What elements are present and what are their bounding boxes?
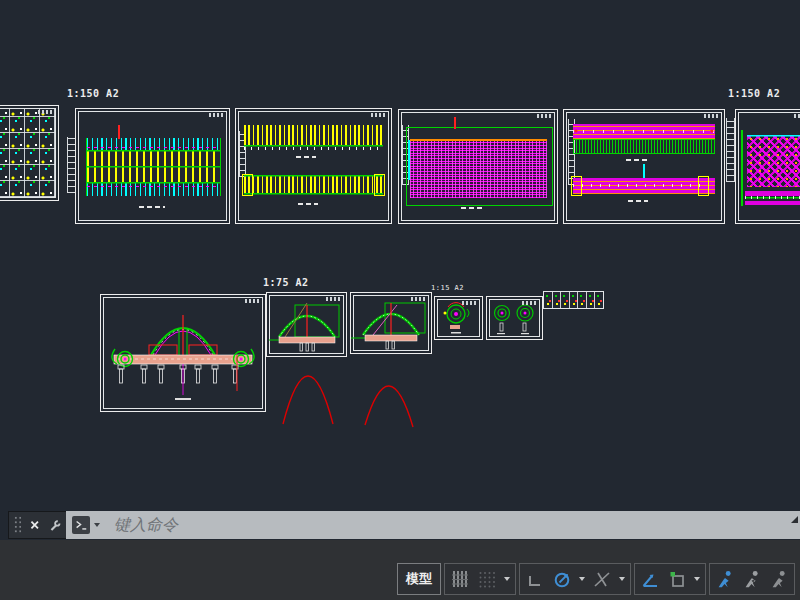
isometric-drafting-icon[interactable] <box>592 569 612 589</box>
snap-caret-icon[interactable] <box>504 577 510 581</box>
spiral-detail-drawing <box>487 297 542 339</box>
sheet-chevron-hatch[interactable] <box>735 109 800 224</box>
green-edge <box>741 130 743 206</box>
detail-cell <box>553 292 562 308</box>
yellow-end-box <box>571 176 582 196</box>
drag-grip[interactable] <box>14 516 21 534</box>
beam-hatch-bottom <box>244 175 383 197</box>
sheet-rebar-layout[interactable] <box>398 109 558 224</box>
status-bar: 模型 <box>397 563 795 595</box>
chevron-hatch <box>747 135 800 187</box>
autocad-window: 1:150 A2 1:150 A2 1:75 A2 1:15 A2 <box>0 0 800 600</box>
customize-wrench-icon[interactable] <box>49 518 61 533</box>
annotation-visibility-icon[interactable] <box>715 569 735 589</box>
scale-label[interactable]: 1:75 A2 <box>263 277 309 288</box>
model-tab-button[interactable]: 模型 <box>397 563 441 595</box>
yellow-end-box <box>698 176 709 196</box>
sheet-beam-elevation-magenta[interactable] <box>563 109 725 224</box>
arch-side-drawing <box>351 293 431 353</box>
red-arc-curves[interactable] <box>275 368 423 432</box>
caption-mark <box>628 200 648 202</box>
detail-cell <box>561 292 570 308</box>
beam-hatch-bottom <box>745 191 800 205</box>
ladder-detail[interactable] <box>726 118 735 182</box>
command-prompt-icon[interactable] <box>72 516 90 534</box>
model-tab-label: 模型 <box>406 570 432 588</box>
beam-hatch-top <box>573 124 715 154</box>
scale-label[interactable]: 1:150 A2 <box>728 88 780 99</box>
sheet-girder-plan[interactable] <box>75 108 230 224</box>
yellow-end-box <box>242 174 253 196</box>
beam-hatch-top <box>244 125 383 150</box>
scale-label[interactable]: 1:15 A2 <box>431 284 464 292</box>
annotation-scale-icon[interactable] <box>769 569 789 589</box>
scale-label[interactable]: 1:150 A2 <box>67 88 119 99</box>
detail-grid-hatch <box>0 109 55 197</box>
sheet-detail-grid-partial[interactable] <box>0 105 59 201</box>
sheet-pier-arch-side-1[interactable] <box>266 292 347 357</box>
caption-mark <box>298 203 318 205</box>
girder-plan-hatch <box>86 138 221 196</box>
detail-cell <box>570 292 579 308</box>
red-marker <box>118 125 120 139</box>
caption-mark <box>626 159 648 161</box>
grid-snap-group <box>444 563 516 595</box>
arch-side-drawing <box>267 293 346 356</box>
detail-cell <box>578 292 587 308</box>
annotation-group <box>709 563 795 595</box>
rebar-hatch <box>410 139 547 198</box>
detail-cell <box>587 292 596 308</box>
sheet-spiral-detail-1[interactable] <box>434 296 483 340</box>
object-snap-group <box>634 563 706 595</box>
detail-cell <box>544 292 553 308</box>
red-marker <box>454 117 456 129</box>
detail-strip[interactable] <box>543 291 604 309</box>
polar-caret-icon[interactable] <box>579 577 585 581</box>
isometric-caret-icon[interactable] <box>619 577 625 581</box>
command-input[interactable] <box>104 515 794 535</box>
ortho-polar-group <box>519 563 631 595</box>
sheet-beam-elevation-yellow[interactable] <box>235 108 392 224</box>
snap-mode-icon[interactable] <box>477 569 497 589</box>
beam-hatch-bottom <box>573 178 715 194</box>
command-bar-handle-section <box>8 511 66 539</box>
pier-arch-drawing <box>101 295 265 411</box>
yellow-end-box <box>374 174 385 196</box>
caption-mark <box>296 156 316 158</box>
spiral-detail-drawing <box>435 297 482 339</box>
cyan-marker <box>643 164 645 178</box>
caption-mark <box>461 207 485 209</box>
annotation-autoscale-icon[interactable] <box>742 569 762 589</box>
sheet-pier-arch-side-2[interactable] <box>350 292 432 354</box>
cyan-edge <box>408 140 410 180</box>
recent-commands-caret[interactable] <box>94 523 100 527</box>
grid-display-icon[interactable] <box>450 569 470 589</box>
detail-cell <box>595 292 603 308</box>
sheet-pier-arch-front[interactable] <box>100 294 266 412</box>
polar-tracking-icon[interactable] <box>552 569 572 589</box>
caption-mark <box>139 206 165 208</box>
resize-grip[interactable] <box>791 516 798 523</box>
command-line-bar <box>8 511 800 539</box>
command-input-area <box>66 511 800 539</box>
object-snap-caret-icon[interactable] <box>694 577 700 581</box>
close-icon[interactable] <box>29 518 40 532</box>
object-snap-icon[interactable] <box>667 569 687 589</box>
model-space-canvas[interactable]: 1:150 A2 1:150 A2 1:75 A2 1:15 A2 <box>0 0 800 600</box>
ortho-mode-icon[interactable] <box>525 569 545 589</box>
object-snap-tracking-icon[interactable] <box>640 569 660 589</box>
sheet-spiral-detail-2[interactable] <box>486 296 543 340</box>
